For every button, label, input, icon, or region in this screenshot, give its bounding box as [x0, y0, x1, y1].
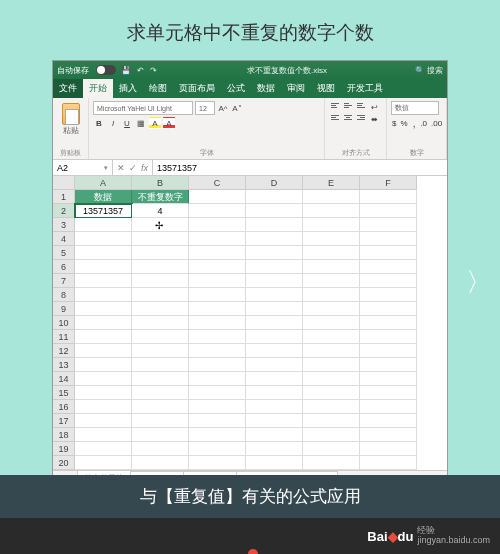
- cell-E3[interactable]: [303, 218, 360, 232]
- col-header-A[interactable]: A: [75, 176, 132, 190]
- tab-dev[interactable]: 开发工具: [341, 79, 389, 98]
- spreadsheet-grid[interactable]: ABCDEF1数据不重复数字个数213571357434567891011121…: [53, 176, 447, 470]
- cell-A13[interactable]: [75, 358, 132, 372]
- row-header-16[interactable]: 16: [53, 400, 75, 414]
- cell-E13[interactable]: [303, 358, 360, 372]
- cell-D12[interactable]: [246, 344, 303, 358]
- font-size-select[interactable]: 12: [195, 101, 215, 115]
- col-header-B[interactable]: B: [132, 176, 189, 190]
- italic-button[interactable]: I: [107, 117, 119, 129]
- row-header-19[interactable]: 19: [53, 442, 75, 456]
- cell-D10[interactable]: [246, 316, 303, 330]
- cell-C2[interactable]: [189, 204, 246, 218]
- cell-B15[interactable]: [132, 386, 189, 400]
- percent-button[interactable]: %: [400, 117, 409, 129]
- row-header-13[interactable]: 13: [53, 358, 75, 372]
- autosave-toggle[interactable]: [96, 65, 116, 75]
- cell-F8[interactable]: [360, 288, 417, 302]
- tab-home[interactable]: 开始: [83, 79, 113, 98]
- cell-F7[interactable]: [360, 274, 417, 288]
- cell-D4[interactable]: [246, 232, 303, 246]
- cell-B19[interactable]: [132, 442, 189, 456]
- redo-icon[interactable]: ↷: [150, 66, 157, 75]
- cell-F14[interactable]: [360, 372, 417, 386]
- cell-C10[interactable]: [189, 316, 246, 330]
- cell-B20[interactable]: [132, 456, 189, 470]
- row-header-1[interactable]: 1: [53, 190, 75, 204]
- align-left-icon[interactable]: [329, 113, 341, 124]
- cell-F20[interactable]: [360, 456, 417, 470]
- cell-F13[interactable]: [360, 358, 417, 372]
- cell-E12[interactable]: [303, 344, 360, 358]
- cell-A20[interactable]: [75, 456, 132, 470]
- bold-button[interactable]: B: [93, 117, 105, 129]
- cell-B18[interactable]: [132, 428, 189, 442]
- tab-layout[interactable]: 页面布局: [173, 79, 221, 98]
- cell-C4[interactable]: [189, 232, 246, 246]
- cell-B4[interactable]: [132, 232, 189, 246]
- cell-E1[interactable]: [303, 190, 360, 204]
- merge-button[interactable]: ⬌: [368, 113, 380, 125]
- cell-D19[interactable]: [246, 442, 303, 456]
- cell-B1[interactable]: 不重复数字个数: [132, 190, 189, 204]
- formula-input[interactable]: 13571357: [153, 160, 447, 175]
- row-header-14[interactable]: 14: [53, 372, 75, 386]
- cell-A14[interactable]: [75, 372, 132, 386]
- cell-E8[interactable]: [303, 288, 360, 302]
- cell-A9[interactable]: [75, 302, 132, 316]
- cell-F1[interactable]: [360, 190, 417, 204]
- cell-C5[interactable]: [189, 246, 246, 260]
- tab-draw[interactable]: 绘图: [143, 79, 173, 98]
- cell-F2[interactable]: [360, 204, 417, 218]
- cell-C14[interactable]: [189, 372, 246, 386]
- cell-F11[interactable]: [360, 330, 417, 344]
- paste-icon[interactable]: [62, 103, 80, 125]
- cell-C1[interactable]: [189, 190, 246, 204]
- cell-A17[interactable]: [75, 414, 132, 428]
- cell-C16[interactable]: [189, 400, 246, 414]
- cell-C7[interactable]: [189, 274, 246, 288]
- row-header-8[interactable]: 8: [53, 288, 75, 302]
- align-right-icon[interactable]: [355, 113, 367, 124]
- cell-C9[interactable]: [189, 302, 246, 316]
- row-header-5[interactable]: 5: [53, 246, 75, 260]
- cell-E6[interactable]: [303, 260, 360, 274]
- fill-color-button[interactable]: A: [149, 117, 161, 129]
- cell-E9[interactable]: [303, 302, 360, 316]
- cell-D16[interactable]: [246, 400, 303, 414]
- cell-D18[interactable]: [246, 428, 303, 442]
- cell-B9[interactable]: [132, 302, 189, 316]
- decrease-font-icon[interactable]: A˅: [231, 102, 243, 114]
- align-center-icon[interactable]: [342, 113, 354, 124]
- row-header-12[interactable]: 12: [53, 344, 75, 358]
- cell-D2[interactable]: [246, 204, 303, 218]
- cell-B12[interactable]: [132, 344, 189, 358]
- tab-formulas[interactable]: 公式: [221, 79, 251, 98]
- cell-D14[interactable]: [246, 372, 303, 386]
- row-header-20[interactable]: 20: [53, 456, 75, 470]
- cell-C12[interactable]: [189, 344, 246, 358]
- cell-B14[interactable]: [132, 372, 189, 386]
- cell-E16[interactable]: [303, 400, 360, 414]
- row-header-4[interactable]: 4: [53, 232, 75, 246]
- cell-B5[interactable]: [132, 246, 189, 260]
- enter-icon[interactable]: ✓: [129, 163, 137, 173]
- border-button[interactable]: ▦: [135, 117, 147, 129]
- cell-A7[interactable]: [75, 274, 132, 288]
- inc-decimal-button[interactable]: .0: [419, 117, 428, 129]
- cell-C11[interactable]: [189, 330, 246, 344]
- font-name-select[interactable]: Microsoft YaHei UI Light: [93, 101, 193, 115]
- wrap-text-button[interactable]: ↩: [368, 101, 380, 113]
- cell-C18[interactable]: [189, 428, 246, 442]
- tab-view[interactable]: 视图: [311, 79, 341, 98]
- cell-E18[interactable]: [303, 428, 360, 442]
- cell-A1[interactable]: 数据: [75, 190, 132, 204]
- save-icon[interactable]: 💾: [121, 66, 131, 75]
- cell-A18[interactable]: [75, 428, 132, 442]
- col-header-F[interactable]: F: [360, 176, 417, 190]
- cell-D1[interactable]: [246, 190, 303, 204]
- cell-D20[interactable]: [246, 456, 303, 470]
- row-header-3[interactable]: 3: [53, 218, 75, 232]
- dec-decimal-button[interactable]: .00: [430, 117, 442, 129]
- cell-D9[interactable]: [246, 302, 303, 316]
